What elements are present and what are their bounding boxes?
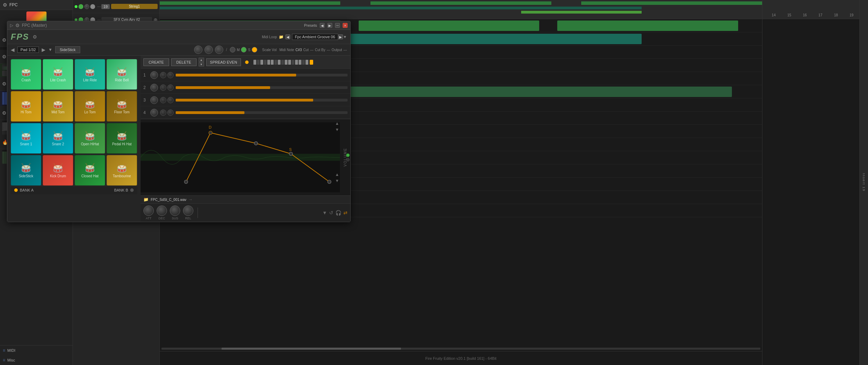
preset-arrow-left-btn[interactable]: ◀: [285, 34, 290, 39]
up-btn[interactable]: ▲: [199, 58, 204, 62]
adsr-att-knob[interactable]: [143, 205, 154, 216]
ch-knob-btn-1[interactable]: [84, 4, 89, 9]
fpc-ch2-slider[interactable]: [176, 86, 348, 89]
pattern-block-3[interactable]: [557, 21, 738, 31]
fpc-ch3-slider[interactable]: [176, 99, 348, 102]
adsr-swap-btn[interactable]: ⇄: [343, 210, 348, 216]
tambourine-icon: 🥁: [117, 163, 127, 173]
pattern-block-2[interactable]: [359, 21, 540, 31]
pad-lo-tom[interactable]: 🥁 Lo Tom: [75, 91, 105, 122]
folder-icon-adsr[interactable]: 📁: [143, 197, 149, 202]
main-hscrollbar[interactable]: [222, 348, 401, 350]
fpc-preset-prev-btn[interactable]: ◀: [320, 23, 325, 28]
pad-lite-ride[interactable]: 🥁 Lite Ride: [75, 59, 105, 90]
pad-knob-3[interactable]: [215, 46, 223, 54]
pad-controls-bar: ◀ Pad 1/32 ▶ ▼ SideStick / M S Scale Vol…: [7, 44, 350, 56]
midi-loop-folder-btn[interactable]: 📁: [279, 35, 284, 39]
pad-toggle-1[interactable]: [230, 47, 235, 52]
footer-midi[interactable]: ≡ MIDI: [0, 346, 73, 355]
down-btn[interactable]: ▼: [199, 62, 204, 66]
fpc-ch2-pan-knob[interactable]: [160, 84, 166, 91]
fpc-ch4-fill: [176, 111, 244, 114]
fpc-ch1-pitch-knob[interactable]: [167, 72, 174, 78]
fpc-ch1-slider[interactable]: [176, 74, 348, 76]
fpc-ch4-pan-knob[interactable]: [160, 110, 166, 116]
pad-knob-2[interactable]: [205, 46, 213, 54]
fpc-ch4-pitch-knob[interactable]: [167, 110, 174, 116]
preset-arrow-right-btn[interactable]: ▶: [338, 34, 343, 39]
pad-grid-area: 🥁 Crash 🥁 Lite Crash 🥁 Lite Ride 🥁 Ride …: [7, 56, 141, 222]
pad-open-hihat[interactable]: 🥁 Open HiHat: [75, 123, 105, 154]
pad-pedal-hihat[interactable]: 🥁 Pedal Hi Hat: [107, 123, 137, 154]
fpc-ch4-vol-knob[interactable]: [150, 109, 158, 116]
env-scroll-up-btn[interactable]: ▲: [335, 121, 339, 126]
pad-crash[interactable]: 🥁 Crash: [11, 59, 41, 90]
lite-ride-icon: 🥁: [85, 67, 95, 77]
file-arrow-btn[interactable]: →: [189, 197, 193, 202]
gear-icon-drynth[interactable]: ⚙: [2, 54, 7, 59]
fpc-ch-row-4: 4: [141, 106, 350, 119]
fpc-settings-icon[interactable]: ⚙: [15, 23, 20, 28]
fpc-ch4-slider[interactable]: [176, 111, 348, 114]
pad-knob-1[interactable]: [194, 46, 202, 54]
fpc-ch2-pitch-knob[interactable]: [167, 84, 174, 91]
pad-mid-tom[interactable]: 🥁 Mid Tom: [43, 91, 73, 122]
pad-tambourine[interactable]: 🥁 Tambourine: [107, 155, 137, 186]
fpc-minimize-btn[interactable]: ─: [335, 23, 340, 28]
fpc-ch2-vol-knob[interactable]: [150, 84, 158, 91]
pad-closed-hat[interactable]: 🥁 Closed Hat: [75, 155, 105, 186]
pad-toggle-3[interactable]: [252, 47, 257, 52]
env-scroll-down-btn[interactable]: ▼: [335, 127, 339, 132]
create-btn[interactable]: CREATE: [143, 58, 169, 66]
pad-expand-btn[interactable]: ▼: [48, 47, 52, 52]
sidebar-item-fpc[interactable]: ⚙ FPC: [0, 0, 73, 10]
gear-icon-slicer[interactable]: ⚙: [2, 81, 7, 87]
pad-snare-2[interactable]: 🥁 Snare 2: [43, 123, 73, 154]
cg-1: [253, 60, 256, 65]
delete-btn[interactable]: DELETE: [171, 58, 197, 66]
fpc-ch3-pan-knob[interactable]: [160, 97, 166, 103]
fpc-close-btn[interactable]: ✕: [343, 23, 348, 28]
pad-kick-drum[interactable]: 🥁 Kick Drum: [43, 155, 73, 186]
adsr-dec-knob[interactable]: [157, 205, 167, 216]
channel-row-string1[interactable]: --- 19 String1: [73, 0, 159, 13]
adsr-headphone-btn[interactable]: 🎧: [335, 210, 341, 216]
spread-even-btn[interactable]: SPREAD EVEN: [206, 58, 241, 66]
pad-next-btn[interactable]: ▶: [42, 47, 45, 52]
fpc-preset-next-btn[interactable]: ▶: [327, 23, 332, 28]
pad-lite-crash[interactable]: 🥁 Lite Crash: [43, 59, 73, 90]
fpc-ch3-vol-knob[interactable]: [150, 96, 158, 104]
pad-snare-1[interactable]: 🥁 Snare 1: [11, 123, 41, 154]
gear-icon-fruit-kick[interactable]: ⚙: [2, 37, 7, 43]
adsr-reset-btn[interactable]: ↺: [329, 210, 333, 216]
fpc-ch-row-2: 2: [141, 81, 350, 94]
pad-toggle-2[interactable]: [241, 47, 247, 52]
pad-prev-btn[interactable]: ◀: [11, 47, 15, 52]
adsr-sus-knob[interactable]: [170, 205, 180, 216]
footer-misc[interactable]: ≡ Misc: [0, 355, 73, 365]
right-timeline-header: 14 15 16 17 18 19: [762, 0, 859, 19]
fpc-ch3-fill: [176, 99, 313, 102]
ch-green-btn-1[interactable]: [78, 4, 83, 9]
fpc-ch1-pan-knob[interactable]: [160, 72, 166, 78]
pad-ride-bell[interactable]: 🥁 Ride Bell: [107, 59, 137, 90]
fpc-ch1-vol-knob[interactable]: [150, 71, 158, 79]
env-pan-down-btn[interactable]: ▼: [335, 178, 339, 183]
adsr-dropdown-btn[interactable]: ▼: [322, 210, 327, 216]
cg-5: [267, 60, 270, 65]
sidestick-select-btn[interactable]: SideStick: [55, 46, 80, 53]
ch-mute-btn-1[interactable]: [90, 4, 95, 9]
adsr-rel-knob[interactable]: [183, 205, 193, 216]
fpc-logo-gear[interactable]: ⚙: [33, 34, 37, 40]
snare1-icon: 🥁: [21, 131, 31, 141]
fpc-expand-btn[interactable]: ▷: [10, 23, 13, 28]
pad-sidestick[interactable]: 🥁 SideStick: [11, 155, 41, 186]
pad-floor-tom[interactable]: 🥁 Floor Tom: [107, 91, 137, 122]
preset-dropdown-btn[interactable]: ▼: [343, 35, 347, 39]
env-pan-up-btn[interactable]: ▲: [335, 172, 339, 177]
fpc-ch3-pitch-knob[interactable]: [167, 97, 174, 103]
pad-hi-tom[interactable]: 🥁 Hi Tom: [11, 91, 41, 122]
gear-icon-ogun[interactable]: ⚙: [2, 110, 7, 116]
gear-icon-fpc[interactable]: ⚙: [3, 2, 7, 8]
midi-note-value: C#3: [295, 48, 302, 52]
